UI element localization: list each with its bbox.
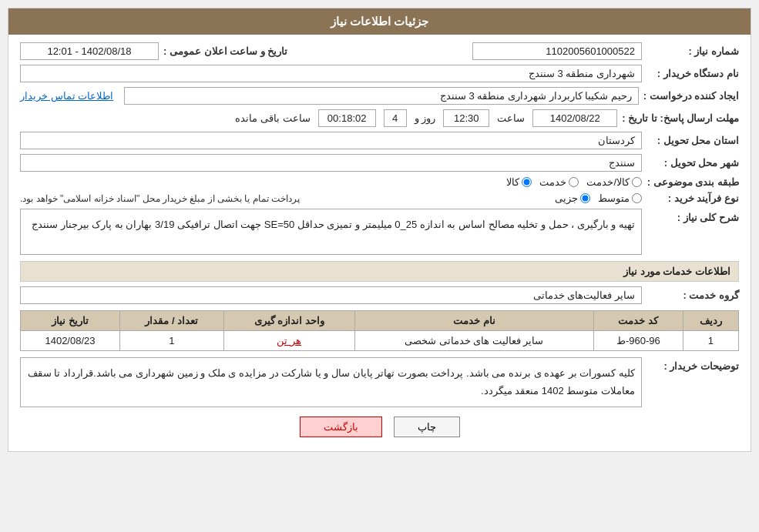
page-header: جزئیات اطلاعات نیاز [8, 8, 751, 35]
col-tarikh: تاریخ نیاز [21, 311, 120, 331]
col-tedad: تعداد / مقدار [119, 311, 223, 331]
radio-jozvi-label: جزیی [555, 192, 578, 204]
cell-tedad: 1 [119, 331, 223, 351]
nam-dastgah-value: شهرداری منطقه 3 سنندج [20, 65, 642, 82]
remaining-value: 00:18:02 [318, 109, 376, 127]
mohlet-ersal-label: مهلت ارسال پاسخ: تا تاریخ : [622, 112, 739, 124]
tarikh-value: 1402/08/22 [532, 109, 617, 127]
idad-konande-label: ایجاد کننده درخواست : [643, 90, 739, 102]
sharh-value: تهیه و بارگیری ، حمل و تخلیه مصالح اساس … [20, 209, 642, 255]
services-table-container: ردیف کد خدمت نام خدمت واحد اندازه گیری ت… [20, 310, 739, 351]
cell-kod: 960-96-ط [593, 331, 683, 351]
noe-farayand-label: نوع فرآیند خرید : [646, 192, 739, 204]
radio-motevasset[interactable] [632, 193, 642, 203]
button-row: چاپ بازگشت [20, 417, 739, 437]
ijad-konande-value: رحیم شکیبا کاربردار شهرداری منطقه 3 سنند… [124, 87, 639, 105]
shomare-niaz-label: شماره نیاز : [646, 45, 739, 57]
col-kod: کد خدمت [593, 311, 683, 331]
radio-kala-label: کالا [506, 176, 519, 188]
print-button[interactable]: چاپ [394, 417, 460, 437]
ostan-value: کردستان [20, 132, 642, 149]
cell-tarikh: 1402/08/23 [21, 331, 120, 351]
saet-label: ساعت [497, 112, 525, 124]
radio-kala[interactable] [522, 177, 532, 187]
shahr-value: سنندج [20, 154, 642, 172]
ostan-label: استان محل تحویل : [646, 135, 739, 146]
saet-value: 12:30 [443, 109, 489, 127]
tabaqe-radio-group: کالا/خدمت خدمت کالا [506, 176, 642, 188]
page-title: جزئیات اطلاعات نیاز [331, 15, 428, 28]
etelaaat-tamas-link[interactable]: اطلاعات تماس خریدار [20, 90, 113, 102]
radio-kala-khedmat[interactable] [632, 177, 642, 187]
remaining-label: ساعت باقی مانده [235, 112, 310, 124]
col-radif: ردیف [683, 311, 738, 331]
radio-khedmat[interactable] [569, 177, 579, 187]
rooz-value: 4 [384, 109, 407, 127]
tarikh-elam-label: تاریخ و ساعت اعلان عمومی : [163, 45, 287, 57]
nam-dastgah-label: نام دستگاه خریدار : [646, 68, 739, 79]
buyer-notes-value: کلیه کسورات بر عهده ی برنده می باشد. پرد… [20, 357, 642, 407]
back-button[interactable]: بازگشت [300, 417, 382, 437]
col-vahed: واحد اندازه گیری [223, 311, 354, 331]
sharh-label: شرح کلی نیاز : [646, 209, 739, 223]
tarikh-elam-value: 1402/08/18 - 12:01 [20, 42, 159, 60]
services-table: ردیف کد خدمت نام خدمت واحد اندازه گیری ت… [20, 310, 739, 351]
rooz-label: روز و [415, 112, 436, 124]
radio-khedmat-label: خدمت [539, 176, 566, 188]
radio-kala-khedmat-label: کالا/خدمت [586, 176, 630, 188]
shomare-niaz-value: 1102005601000522 [472, 42, 642, 60]
table-row: 1 960-96-ط سایر فعالیت های خدماتی شخصی ه… [21, 331, 739, 351]
noe-farayand-radio-group: متوسط جزیی [555, 192, 642, 204]
cell-vahed[interactable]: هر تن [223, 331, 354, 351]
shahr-label: شهر محل تحویل : [646, 157, 739, 169]
cell-nam: سایر فعالیت های خدماتی شخصی [354, 331, 593, 351]
col-nam: نام خدمت [354, 311, 593, 331]
grohe-value: سایر فعالیت‌های خدماتی [20, 286, 642, 304]
grohe-label: گروه خدمت : [646, 289, 739, 301]
noe-farayand-note: پرداخت تمام یا بخشی از مبلغ خریدار محل "… [20, 193, 300, 204]
cell-radif: 1 [683, 331, 738, 351]
buyer-notes-label: توضیحات خریدار : [646, 357, 739, 372]
radio-jozvi[interactable] [580, 193, 590, 203]
tabaqe-label: طبقه بندی موضوعی : [646, 176, 739, 188]
radio-motevasset-label: متوسط [598, 192, 630, 204]
ettelaat-section-title: اطلاعات خدمات مورد نیاز [20, 261, 739, 282]
